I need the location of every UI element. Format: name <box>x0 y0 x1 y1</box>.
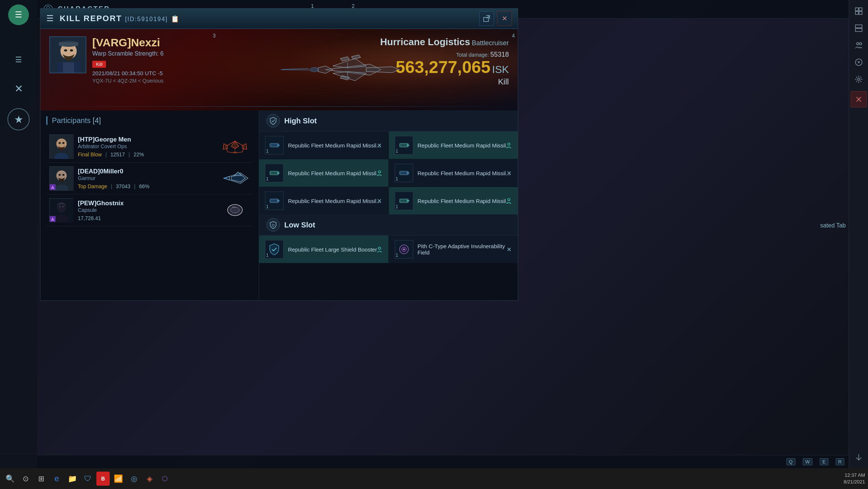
participant-ship-3: Capsule <box>78 207 216 213</box>
fit-item-high-2[interactable]: 1 Republic Fleet Medium Rapid Missil... <box>389 132 518 159</box>
system-time: 12:37 AM 8/21/2021 <box>844 472 865 485</box>
sidebar-btn-5[interactable] <box>851 71 867 87</box>
fit-item-high-3[interactable]: 1 Republic Fleet Medium Rapid Missil... <box>259 159 388 187</box>
star-button[interactable]: ★ <box>7 108 30 130</box>
pilot-avatar <box>49 36 86 73</box>
svg-point-3 <box>310 67 319 72</box>
ship-class: Battlecruiser <box>472 39 509 47</box>
participant-avatar-2 <box>49 166 73 190</box>
fit-item-high-1[interactable]: 1 Republic Fleet Medium Rapid Missil... … <box>259 132 388 159</box>
item-action-4[interactable]: ✕ <box>504 169 513 177</box>
svg-point-68 <box>859 43 862 45</box>
window-close-button[interactable]: ✕ <box>497 11 512 26</box>
taskbar-grid[interactable]: ⊞ <box>34 472 48 486</box>
qty-low-2: 1 <box>396 253 398 258</box>
sidebar-btn-bottom[interactable] <box>851 449 867 465</box>
sidebar-btn-2[interactable] <box>851 20 867 36</box>
external-link-icon <box>483 15 490 22</box>
item-action-1[interactable]: ✕ <box>375 141 384 150</box>
svg-point-12 <box>64 49 67 51</box>
top-damage-label: Top Damage <box>78 183 107 189</box>
percent-1: 22% <box>133 152 144 157</box>
participants-title: Participants [4] <box>46 116 253 125</box>
fit-icon-low-2: 1 <box>395 240 413 259</box>
taskbar-app1[interactable]: B <box>96 472 110 486</box>
qty-2: 1 <box>396 149 398 154</box>
qty-4: 1 <box>396 176 398 182</box>
final-blow-label: Final Blow <box>78 152 102 157</box>
svg-rect-42 <box>271 172 277 174</box>
participant-name-3: [PEW]Ghostnix <box>78 200 216 207</box>
fit-item-low-1[interactable]: 1 Republic Fleet Large Shield Booster <box>259 236 388 263</box>
item-action-6[interactable] <box>504 196 513 205</box>
fit-item-high-4[interactable]: 1 Republic Fleet Medium Rapid Missil... … <box>389 159 518 187</box>
fit-item-low-2[interactable]: 1 Pith C-Type Adaptive Invulnerability F… <box>389 236 518 263</box>
hotkey-e: E <box>820 458 828 465</box>
svg-rect-64 <box>859 11 862 14</box>
fit-item-high-6[interactable]: 1 Republic Fleet Medium Rapid Missil... <box>389 187 518 214</box>
external-link-button[interactable] <box>479 11 494 26</box>
marker-1: 1 <box>311 3 314 9</box>
participant-row[interactable]: [HTP]George Men Arbitrator Covert Ops Fi… <box>46 131 253 163</box>
taskbar-wifi[interactable]: 📶 <box>111 472 125 486</box>
close-button-left[interactable]: ✕ <box>6 79 32 98</box>
left-sidebar: ☰ ☰ ✕ ★ <box>0 0 37 468</box>
low-slot-icon <box>266 218 280 232</box>
participant-row-3[interactable]: [PEW]Ghostnix Capsule 17,728.41 <box>46 194 253 226</box>
svg-rect-2 <box>484 17 488 21</box>
taskbar-search[interactable]: 🔍 <box>3 472 17 486</box>
fit-icon-low-1: 1 <box>265 240 284 259</box>
window-menu-icon[interactable]: ☰ <box>46 14 54 23</box>
pilot-face <box>50 37 86 73</box>
hamburger-button[interactable]: ☰ <box>6 50 32 69</box>
qty-3: 1 <box>266 176 269 182</box>
sidebar-btn-1[interactable] <box>851 3 867 19</box>
copy-icon[interactable]: 📋 <box>171 15 180 23</box>
high-slot-title: High Slot <box>284 117 317 125</box>
item-action-low-1[interactable] <box>375 245 384 254</box>
item-action-low-2[interactable]: ✕ <box>504 245 513 254</box>
item-name-low-2: Pith C-Type Adaptive Invulnerability Fie… <box>418 243 512 256</box>
low-slot-title: Low Slot <box>284 221 315 229</box>
participant-name-1: [HTP]George Men <box>78 136 216 143</box>
sidebar-btn-6[interactable] <box>851 91 867 107</box>
person-icon-6 <box>506 197 512 204</box>
grid-icon <box>854 7 863 16</box>
taskbar-dots[interactable]: ⊙ <box>19 472 33 486</box>
separator <box>49 106 509 107</box>
participant-row-2[interactable]: [DEAD]0Miller0 Garmur Top Damage | 37043… <box>46 163 253 194</box>
item-action-3[interactable] <box>375 169 384 177</box>
participant-stats-2: Top Damage | 37043 | 66% <box>78 183 216 189</box>
svg-rect-65 <box>855 25 862 28</box>
time-display: 12:37 AM 8/21/2021 <box>844 472 865 485</box>
window-header: ☰ KILL REPORT [ID:5910194] 📋 ✕ <box>40 9 518 29</box>
menu-button[interactable]: ☰ <box>8 4 29 25</box>
high-slot-grid: 1 Republic Fleet Medium Rapid Missil... … <box>259 132 518 214</box>
svg-point-13 <box>70 49 73 51</box>
svg-rect-11 <box>59 42 78 46</box>
sidebar-btn-3[interactable] <box>851 37 867 53</box>
hotkey-r-key: R <box>836 458 844 465</box>
participant-details-2: [DEAD]0Miller0 Garmur Top Damage | 37043… <box>78 168 216 189</box>
kill-badge: Kill <box>92 61 106 68</box>
hotkey-w-key: W <box>803 458 812 465</box>
fit-icon-4: 1 <box>395 164 413 182</box>
taskbar-app4[interactable]: ⬡ <box>158 472 172 486</box>
taskbar-app3[interactable]: ◈ <box>142 472 156 486</box>
layout-icon <box>854 24 863 33</box>
person-icon-low-1 <box>376 246 383 253</box>
fit-icon-6: 1 <box>395 192 413 210</box>
sidebar-btn-4[interactable] <box>851 54 867 70</box>
taskbar-file[interactable]: 📁 <box>65 472 79 486</box>
damage-3: 17,728.41 <box>78 215 101 221</box>
item-name-1: Republic Fleet Medium Rapid Missil... <box>288 142 382 149</box>
item-action-5[interactable]: ✕ <box>375 196 384 205</box>
taskbar-app2[interactable]: ◎ <box>127 472 141 486</box>
pilot-name: [VARG]Nexzi <box>92 36 163 49</box>
fit-item-high-5[interactable]: 1 Republic Fleet Medium Rapid Missil... … <box>259 187 388 214</box>
taskbar-shield[interactable]: 🛡 <box>81 472 95 486</box>
taskbar-edge[interactable]: e <box>50 472 64 486</box>
right-sidebar <box>849 0 868 468</box>
item-action-2[interactable] <box>504 141 513 150</box>
settings-icon <box>854 75 863 84</box>
